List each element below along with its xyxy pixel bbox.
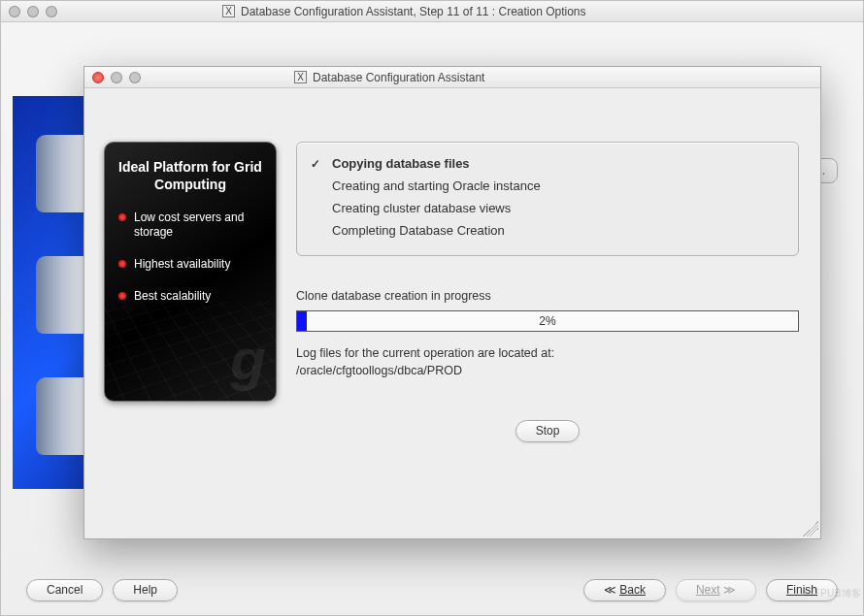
parent-titlebar: X Database Configuration Assistant, Step…: [1, 1, 863, 22]
log-path: /oracle/cfgtoollogs/dbca/PROD: [296, 363, 799, 380]
step-label: Creating and starting Oracle instance: [332, 178, 541, 193]
next-button: Next ≫: [676, 579, 756, 601]
step-item: ✓ Creating cluster database views: [311, 197, 784, 219]
step-list: ✓ Copying database files ✓ Creating and …: [296, 142, 799, 256]
step-item: ✓ Creating and starting Oracle instance: [311, 175, 784, 197]
bullet-icon: [118, 260, 126, 268]
banner-bullet: Highest availability: [118, 257, 262, 272]
bullet-icon: [118, 213, 126, 221]
log-message: Log files for the current operation are …: [296, 345, 799, 363]
x11-icon: X: [294, 71, 307, 83]
parent-traffic-lights: [9, 6, 57, 17]
back-button[interactable]: ≪ Back: [583, 579, 666, 601]
zoom-icon[interactable]: [129, 72, 141, 83]
parent-window-title: Database Configuration Assistant, Step 1…: [241, 5, 586, 18]
progress-content: ✓ Copying database files ✓ Creating and …: [296, 142, 799, 442]
banner-bullet: Best scalability: [118, 289, 262, 304]
close-icon[interactable]: [9, 6, 20, 17]
zoom-icon[interactable]: [46, 6, 57, 17]
step-item: ✓ Completing Database Creation: [311, 219, 784, 242]
progress-label: Clone database creation in progress: [296, 289, 799, 303]
banner-bullet: Low cost servers and storage: [118, 211, 262, 240]
progress-bar: 2%: [296, 310, 799, 332]
step-label: Creating cluster database views: [332, 201, 511, 215]
minimize-icon[interactable]: [27, 6, 39, 17]
dialog-traffic-lights: [92, 72, 141, 83]
stop-button[interactable]: Stop: [515, 420, 581, 442]
close-icon[interactable]: [92, 72, 104, 83]
x11-icon: X: [222, 5, 235, 17]
dialog-titlebar: X Database Configuration Assistant: [84, 67, 820, 88]
parent-button-row: Cancel Help ≪ Back Next ≫ Finish: [26, 579, 838, 601]
help-button[interactable]: Help: [113, 579, 178, 601]
cancel-button[interactable]: Cancel: [26, 579, 103, 601]
step-label: Completing Database Creation: [332, 223, 505, 238]
bullet-icon: [118, 292, 126, 300]
step-label: Copying database files: [332, 156, 470, 171]
check-icon: ✓: [311, 157, 324, 171]
minimize-icon[interactable]: [111, 72, 122, 83]
step-item: ✓ Copying database files: [311, 152, 784, 175]
banner-heading: Ideal Platform for Grid Computing: [118, 158, 262, 193]
progress-dialog: X Database Configuration Assistant g Ide…: [83, 66, 821, 539]
dialog-title: Database Configuration Assistant: [313, 71, 484, 84]
watermark: ©ITPUB博客: [803, 587, 862, 600]
progress-percent: 2%: [297, 311, 798, 331]
resize-grip-icon[interactable]: [803, 521, 818, 536]
marketing-banner: g Ideal Platform for Grid Computing Low …: [104, 142, 277, 402]
